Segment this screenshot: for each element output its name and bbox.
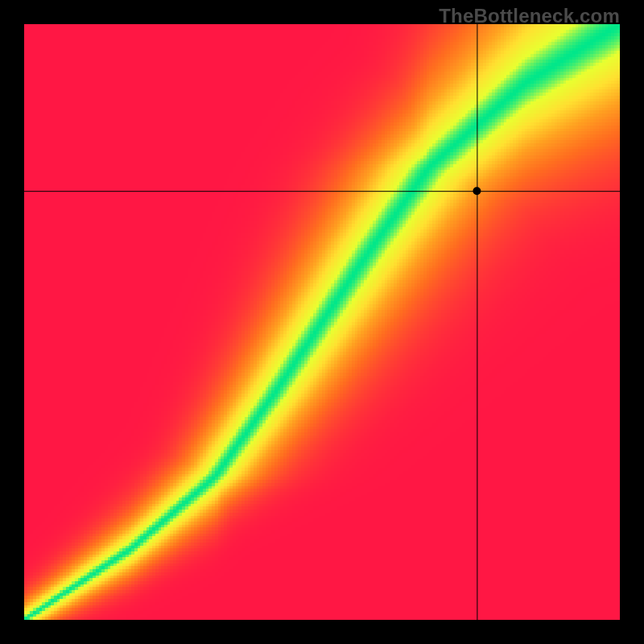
watermark-text: TheBottleneck.com — [439, 5, 620, 27]
chart-frame: TheBottleneck.com — [0, 0, 644, 644]
crosshair-overlay — [24, 24, 620, 620]
